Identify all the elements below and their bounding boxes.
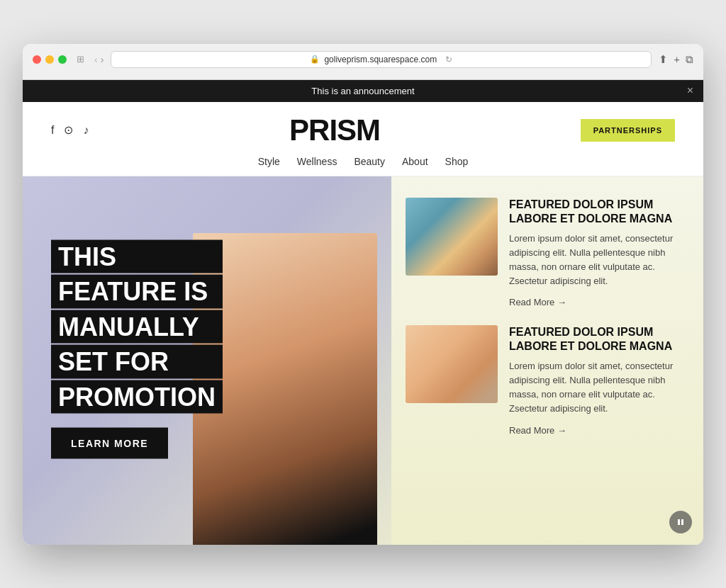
article-title-1: FEATURED DOLOR IPSUM LABORE ET DOLORE MA… [509,198,682,226]
pause-button[interactable] [669,511,692,533]
article-excerpt-2: Lorem ipsum dolor sit amet, consectetur … [509,359,682,417]
minimize-button[interactable] [45,55,54,64]
browser-controls: ⊞ [74,52,87,66]
svg-rect-0 [678,519,680,525]
instagram-icon[interactable]: ⊙ [64,123,73,137]
share-icon[interactable]: ⬆ [659,53,668,66]
hero-text-block: THIS FEATURE IS MANUALLY SET FOR PROMOTI… [51,239,223,459]
article-title-2: FEATURED DOLOR IPSUM LABORE ET DOLORE MA… [509,325,682,354]
back-button[interactable]: ‹ [94,54,98,65]
announcement-text: This is an announcement [311,86,414,96]
site-nav: Style Wellness Beauty About Shop [51,153,675,167]
read-more-1[interactable]: Read More → [509,297,566,307]
hero-line-5: PROMOTION [51,380,223,414]
hero-line-3: MANUALLY [51,310,223,344]
hero-line-4: SET FOR [51,345,223,379]
nav-shop[interactable]: Shop [445,156,469,167]
announcement-bar: This is an announcement × [23,80,703,102]
article-thumb-1[interactable] [406,198,498,276]
sidebar-toggle-icon[interactable]: ⊞ [74,52,87,66]
article-content-1: FEATURED DOLOR IPSUM LABORE ET DOLORE MA… [509,198,682,309]
maximize-button[interactable] [58,55,67,64]
article-card-2: FEATURED DOLOR IPSUM LABORE ET DOLORE MA… [406,325,682,436]
nav-wellness[interactable]: Wellness [297,156,337,167]
hero-left: THIS FEATURE IS MANUALLY SET FOR PROMOTI… [23,176,391,545]
hero-right: FEATURED DOLOR IPSUM LABORE ET DOLORE MA… [391,176,703,545]
new-tab-icon[interactable]: + [674,53,680,66]
browser-actions: ⬆ + ⧉ [659,53,693,66]
article-content-2: FEATURED DOLOR IPSUM LABORE ET DOLORE MA… [509,325,682,436]
nav-beauty[interactable]: Beauty [354,156,385,167]
read-more-2[interactable]: Read More → [509,425,566,436]
close-button[interactable] [33,55,41,64]
social-icons: f ⊙ ♪ [51,123,89,137]
site-header: f ⊙ ♪ PRISM PARTNERSHIPS Style Wellness … [23,102,703,176]
tabs-icon[interactable]: ⧉ [686,53,693,66]
hero-cta-button[interactable]: LEARN MORE [51,428,168,459]
article-card-1: FEATURED DOLOR IPSUM LABORE ET DOLORE MA… [406,198,682,309]
forward-button[interactable]: › [101,54,104,65]
hero-line-1: THIS [51,239,223,273]
nav-about[interactable]: About [402,156,428,167]
hero-headline: THIS FEATURE IS MANUALLY SET FOR PROMOTI… [51,239,223,414]
site-title[interactable]: PRISM [289,113,380,147]
url-text: goliveprism.squarespace.com [324,55,437,64]
nav-arrows: ‹ › [94,54,104,65]
browser-chrome: ⊞ ‹ › 🔒 goliveprism.squarespace.com ↻ ⬆ … [23,44,703,80]
article-thumb-2[interactable] [406,325,498,403]
tiktok-icon[interactable]: ♪ [83,124,89,137]
website-content: This is an announcement × f ⊙ ♪ PRISM PA… [23,80,703,545]
article-excerpt-1: Lorem ipsum dolor sit amet, consectetur … [509,232,682,289]
lock-icon: 🔒 [310,55,320,64]
hero-section: THIS FEATURE IS MANUALLY SET FOR PROMOTI… [23,176,703,545]
traffic-lights [33,55,67,64]
address-bar[interactable]: 🔒 goliveprism.squarespace.com ↻ [111,51,652,68]
hero-line-2: FEATURE IS [51,275,223,309]
announcement-close-button[interactable]: × [687,84,693,97]
partnerships-button[interactable]: PARTNERSHIPS [581,119,675,142]
svg-rect-1 [681,519,683,525]
browser-window: ⊞ ‹ › 🔒 goliveprism.squarespace.com ↻ ⬆ … [23,44,703,545]
nav-style[interactable]: Style [258,156,280,167]
reload-icon[interactable]: ↻ [445,55,452,64]
facebook-icon[interactable]: f [51,124,54,137]
